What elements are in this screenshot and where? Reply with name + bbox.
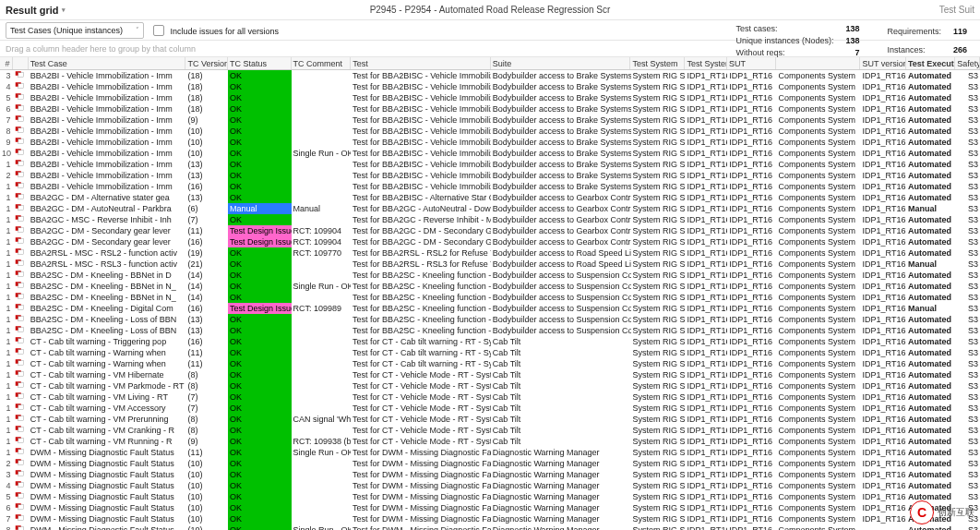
cell-testcase: BBA2GC - DM - Alternative stater gea [29, 192, 186, 203]
col-testsystem2[interactable]: Test System [685, 57, 727, 69]
cell-exec: Automated [906, 181, 955, 192]
cell-sutv: IDP1_RT16 [861, 170, 906, 181]
cell-exec: Automated [906, 524, 955, 530]
flag-icon [15, 425, 26, 434]
col-testsystem[interactable]: Test System [630, 57, 685, 69]
cell-testcase: BBA2SC - DM - Kneeling - BBNet in N_ [29, 281, 186, 292]
table-row[interactable]: 1BBA2GC - DM - AutoNeutral - Parkbra(6)M… [0, 203, 980, 214]
col-test[interactable]: Test [351, 57, 491, 69]
col-tccomment[interactable]: TC Comment [292, 57, 352, 69]
table-row[interactable]: 4BBA2BI - Vehicle Immobilization - Imm(1… [0, 81, 980, 92]
table-row[interactable]: 4DWM - Missing Diagnostic Fault Status(1… [0, 480, 980, 491]
table-row[interactable]: 8BBA2BI - Vehicle Immobilization - Imm(1… [0, 126, 980, 137]
table-row[interactable]: 7DWM - Missing Diagnostic Fault Status(1… [0, 513, 980, 524]
table-row[interactable]: 3DWM - Missing Diagnostic Fault Status(1… [0, 469, 980, 480]
col-tcstatus[interactable]: TC Status [228, 57, 291, 69]
table-row[interactable]: 1BBA2GC - DM - Secondary gear lever(16)T… [0, 236, 980, 247]
cell-exec: Manual [906, 303, 955, 314]
table-row[interactable]: 1CT - Cab tilt warning - VM Accessory(7)… [0, 403, 980, 414]
table-row[interactable]: 1BBA2SC - DM - Kneeling - Loss of BBN(13… [0, 325, 980, 336]
cell-sutv: IDP1_RT16 [861, 380, 906, 391]
table-row[interactable]: 1BBA2SC - DM - Kneeling - Digital Com(16… [0, 303, 980, 314]
table-row[interactable]: 1DWM - Missing Diagnostic Fault Status(1… [0, 447, 980, 458]
table-row[interactable]: 1CT - Cab tilt warning - Warning when(11… [0, 347, 980, 358]
cell-sutch: Components System [776, 458, 860, 469]
table-row[interactable]: 1BBA2BI - Vehicle Immobilization - Imm(1… [0, 159, 980, 170]
col-suite[interactable]: Suite [491, 57, 631, 69]
col-tcversion[interactable]: TC Version [185, 57, 228, 69]
cell-sut: IDP1_RT16 [727, 225, 776, 236]
cell-version: (19) [185, 247, 228, 259]
table-row[interactable]: 1BBA2GC - MSC - Reverse Inhibit - Inh(7)… [0, 214, 980, 225]
table-row[interactable]: 1BBA2SC - DM - Kneeling - BBNet in D(14)… [0, 270, 980, 281]
table-row[interactable]: 1BBA2SC - DM - Kneeling - BBNet in N_(14… [0, 292, 980, 303]
table-row[interactable]: 1BBA2GC - DM - Secondary gear lever(11)T… [0, 225, 980, 236]
table-row[interactable]: 1CT - Cab tilt warning - VM Hibernate(8)… [0, 369, 980, 380]
cell-comment [292, 103, 352, 114]
table-row[interactable]: 8DWM - Missing Diagnostic Fault Status(1… [0, 524, 980, 530]
table-row[interactable]: 1BBA2RSL - MSC - RSL2 - function activ(1… [0, 247, 980, 259]
table-row[interactable]: 1BBA2SC - DM - Kneeling - BBNet in N_(14… [0, 281, 980, 292]
cell-safety: S3 [955, 259, 980, 270]
table-row[interactable]: 1CT - Cab tilt warning - VM Parkmode - R… [0, 380, 980, 391]
cell-testcase: DWM - Missing Diagnostic Fault Status [29, 458, 186, 469]
testcases-combo[interactable]: Test Cases (Unique instances) ˅ [6, 22, 144, 39]
cell-testcase: DWM - Missing Diagnostic Fault Status [29, 480, 186, 491]
col-testcase[interactable]: Test Case [29, 57, 186, 69]
cell-tsys: System RIG S [631, 114, 686, 126]
cell-suite: Cab Tilt [491, 391, 631, 403]
col-icon[interactable] [13, 57, 29, 69]
table-row[interactable]: 10BBA2BI - Vehicle Immobilization - Imm(… [0, 148, 980, 159]
cell-comment [292, 270, 352, 281]
cell-sut: IDP1_RT16 [727, 259, 776, 270]
cell-test: Test for CT - Cab tilt warning - RT - Sy… [351, 358, 491, 369]
cell-status: OK [228, 425, 291, 436]
table-row[interactable]: 1BBA2SC - DM - Kneeling - Loss of BBN(13… [0, 314, 980, 325]
cell-sutv: IDP1_RT16 [861, 469, 906, 480]
table-row[interactable]: 6DWM - Missing Diagnostic Fault Status(1… [0, 502, 980, 513]
svg-rect-63 [18, 416, 24, 421]
table-row[interactable]: 9BBA2BI - Vehicle Immobilization - Imm(1… [0, 137, 980, 148]
table-row[interactable]: 1CT - Cab tilt warning - Warning when(11… [0, 358, 980, 369]
cell-exec: Automated [906, 325, 955, 336]
table-row[interactable]: 1CT - Cab tilt warning - VM Living - RT(… [0, 391, 980, 403]
include-issues-checkbox[interactable]: Include issues for all versions [153, 25, 279, 36]
table-row[interactable]: 5DWM - Missing Diagnostic Fault Status(1… [0, 491, 980, 502]
table-row[interactable]: 1BBA2GC - DM - Alternative stater gea(13… [0, 192, 980, 203]
table-row[interactable]: 1CT - Cab tilt warning - Triggering pop(… [0, 336, 980, 347]
table-row[interactable]: 1CT - Cab tilt warning - VM Running - R(… [0, 436, 980, 447]
cell-comment [292, 314, 352, 325]
table-row[interactable]: 2DWM - Missing Diagnostic Fault Status(1… [0, 458, 980, 469]
cell-index: 8 [0, 524, 12, 530]
svg-rect-73 [18, 472, 24, 476]
stats-right: Requirements:119Instances:266 [885, 22, 974, 60]
cell-status: OK [228, 170, 291, 181]
result-grid-dropdown[interactable]: Result grid ▾ [6, 5, 66, 16]
cell-sut: IDP1_RT16 [727, 236, 776, 247]
flag-icon [15, 436, 26, 445]
cell-tsys2: IDP1_RT16 [686, 513, 728, 524]
cell-sutch: Components System [776, 225, 860, 236]
cell-exec: Automated [906, 347, 955, 358]
table-row[interactable]: 3BBA2BI - Vehicle Immobilization - Imm(1… [0, 70, 980, 81]
flag-icon [15, 447, 26, 456]
cell-test: Test for BBA2GC - AutoNeutral - Downgr [351, 203, 491, 214]
cell-tsys2: IDP1_RT16 [686, 369, 728, 380]
table-row[interactable]: 5BBA2BI - Vehicle Immobilization - Imm(1… [0, 92, 980, 103]
col-index[interactable]: # [0, 57, 13, 69]
cell-test: Test for CT - Vehicle Mode - RT - System [351, 380, 491, 391]
cell-tsys2: IDP1_RT16 [686, 491, 728, 502]
cell-icon [12, 247, 28, 259]
table-row[interactable]: 1CT - Cab tilt warning - VM Prerunning(8… [0, 414, 980, 425]
cell-tsys: System RIG S [631, 70, 686, 81]
table-row[interactable]: 1CT - Cab tilt warning - VM Cranking - R… [0, 425, 980, 436]
table-row[interactable]: 6BBA2BI - Vehicle Immobilization - Imm(1… [0, 103, 980, 114]
flag-icon [15, 114, 26, 124]
cell-sut: IDP1_RT16 [727, 181, 776, 192]
cell-index: 1 [0, 247, 12, 259]
cell-comment [292, 126, 352, 137]
table-row[interactable]: 1BBA2BI - Vehicle Immobilization - Imm(1… [0, 181, 980, 192]
table-row[interactable]: 2BBA2BI - Vehicle Immobilization - Imm(1… [0, 170, 980, 181]
table-row[interactable]: 1BBA2RSL - MSC - RSL3 - function activ(2… [0, 259, 980, 270]
table-row[interactable]: 7BBA2BI - Vehicle Immobilization - Imm(9… [0, 114, 980, 126]
